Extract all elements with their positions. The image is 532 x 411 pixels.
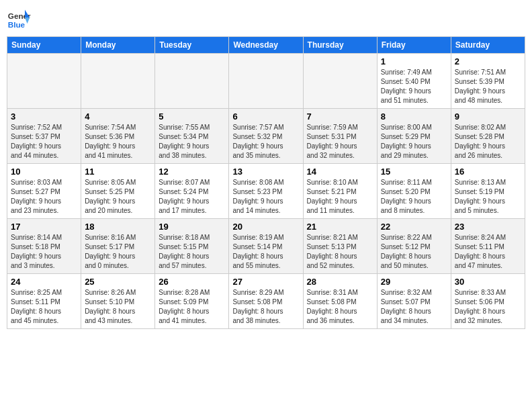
calendar-cell: 2Sunrise: 7:51 AM Sunset: 5:39 PM Daylig… <box>451 54 525 109</box>
calendar-cell: 11Sunrise: 8:05 AM Sunset: 5:25 PM Dayli… <box>81 164 155 219</box>
weekday-header: Sunday <box>7 37 81 54</box>
calendar-cell: 5Sunrise: 7:55 AM Sunset: 5:34 PM Daylig… <box>155 109 229 164</box>
calendar-cell: 25Sunrise: 8:26 AM Sunset: 5:10 PM Dayli… <box>81 274 155 329</box>
day-detail: Sunrise: 8:22 AM Sunset: 5:12 PM Dayligh… <box>381 233 447 271</box>
day-detail: Sunrise: 8:02 AM Sunset: 5:28 PM Dayligh… <box>455 123 521 161</box>
day-number: 24 <box>11 277 77 287</box>
day-detail: Sunrise: 7:57 AM Sunset: 5:32 PM Dayligh… <box>232 123 299 161</box>
weekday-header: Wednesday <box>229 37 303 54</box>
calendar-cell: 15Sunrise: 8:11 AM Sunset: 5:20 PM Dayli… <box>377 164 451 219</box>
calendar-cell: 1Sunrise: 7:49 AM Sunset: 5:40 PM Daylig… <box>377 54 451 109</box>
calendar-week-row: 10Sunrise: 8:03 AM Sunset: 5:27 PM Dayli… <box>7 164 525 219</box>
calendar-cell: 30Sunrise: 8:33 AM Sunset: 5:06 PM Dayli… <box>451 274 525 329</box>
day-number: 29 <box>381 277 447 287</box>
day-detail: Sunrise: 8:28 AM Sunset: 5:09 PM Dayligh… <box>159 288 225 326</box>
calendar-cell: 29Sunrise: 8:32 AM Sunset: 5:07 PM Dayli… <box>377 274 451 329</box>
day-detail: Sunrise: 8:32 AM Sunset: 5:07 PM Dayligh… <box>381 288 447 326</box>
calendar-cell: 16Sunrise: 8:13 AM Sunset: 5:19 PM Dayli… <box>451 164 525 219</box>
day-detail: Sunrise: 8:21 AM Sunset: 5:13 PM Dayligh… <box>307 233 373 271</box>
calendar-cell <box>155 54 229 109</box>
calendar-cell <box>229 54 303 109</box>
day-detail: Sunrise: 7:55 AM Sunset: 5:34 PM Dayligh… <box>159 123 225 161</box>
calendar-cell: 9Sunrise: 8:02 AM Sunset: 5:28 PM Daylig… <box>451 109 525 164</box>
calendar-cell: 19Sunrise: 8:18 AM Sunset: 5:15 PM Dayli… <box>155 219 229 274</box>
day-detail: Sunrise: 8:16 AM Sunset: 5:17 PM Dayligh… <box>85 233 151 271</box>
day-number: 2 <box>455 56 521 66</box>
calendar-cell: 6Sunrise: 7:57 AM Sunset: 5:32 PM Daylig… <box>229 109 303 164</box>
day-number: 26 <box>159 277 225 287</box>
calendar-week-row: 1Sunrise: 7:49 AM Sunset: 5:40 PM Daylig… <box>7 54 525 109</box>
day-detail: Sunrise: 8:07 AM Sunset: 5:24 PM Dayligh… <box>159 178 225 216</box>
logo-icon: General Blue <box>7 7 31 31</box>
calendar-cell: 23Sunrise: 8:24 AM Sunset: 5:11 PM Dayli… <box>451 219 525 274</box>
calendar-cell <box>7 54 81 109</box>
day-detail: Sunrise: 8:08 AM Sunset: 5:23 PM Dayligh… <box>232 178 299 216</box>
calendar-week-row: 24Sunrise: 8:25 AM Sunset: 5:11 PM Dayli… <box>7 274 525 329</box>
day-detail: Sunrise: 8:31 AM Sunset: 5:08 PM Dayligh… <box>307 288 373 326</box>
day-detail: Sunrise: 8:10 AM Sunset: 5:21 PM Dayligh… <box>307 178 373 216</box>
calendar-cell: 14Sunrise: 8:10 AM Sunset: 5:21 PM Dayli… <box>303 164 377 219</box>
weekday-header: Thursday <box>303 37 377 54</box>
weekday-header: Friday <box>377 37 451 54</box>
day-number: 1 <box>381 56 447 66</box>
calendar-week-row: 17Sunrise: 8:14 AM Sunset: 5:18 PM Dayli… <box>7 219 525 274</box>
day-number: 11 <box>85 167 151 177</box>
calendar-header-row: SundayMondayTuesdayWednesdayThursdayFrid… <box>7 37 525 54</box>
calendar-cell: 20Sunrise: 8:19 AM Sunset: 5:14 PM Dayli… <box>229 219 303 274</box>
day-number: 10 <box>11 167 77 177</box>
day-detail: Sunrise: 8:03 AM Sunset: 5:27 PM Dayligh… <box>11 178 77 216</box>
day-number: 9 <box>455 111 521 122</box>
day-number: 20 <box>232 222 299 232</box>
calendar-cell <box>81 54 155 109</box>
day-detail: Sunrise: 8:14 AM Sunset: 5:18 PM Dayligh… <box>11 233 77 271</box>
svg-marker-3 <box>25 17 30 24</box>
svg-text:Blue: Blue <box>8 20 26 29</box>
day-detail: Sunrise: 8:00 AM Sunset: 5:29 PM Dayligh… <box>381 123 447 161</box>
day-detail: Sunrise: 8:19 AM Sunset: 5:14 PM Dayligh… <box>232 233 299 271</box>
day-number: 30 <box>455 277 521 287</box>
day-number: 3 <box>11 111 77 122</box>
weekday-header: Monday <box>81 37 155 54</box>
day-detail: Sunrise: 7:54 AM Sunset: 5:36 PM Dayligh… <box>85 123 151 161</box>
calendar-table: SundayMondayTuesdayWednesdayThursdayFrid… <box>7 36 525 329</box>
calendar-cell: 26Sunrise: 8:28 AM Sunset: 5:09 PM Dayli… <box>155 274 229 329</box>
calendar-cell: 17Sunrise: 8:14 AM Sunset: 5:18 PM Dayli… <box>7 219 81 274</box>
calendar-cell <box>303 54 377 109</box>
calendar-cell: 4Sunrise: 7:54 AM Sunset: 5:36 PM Daylig… <box>81 109 155 164</box>
calendar-cell: 21Sunrise: 8:21 AM Sunset: 5:13 PM Dayli… <box>303 219 377 274</box>
day-number: 21 <box>307 222 373 232</box>
day-detail: Sunrise: 8:05 AM Sunset: 5:25 PM Dayligh… <box>85 178 151 216</box>
calendar-cell: 18Sunrise: 8:16 AM Sunset: 5:17 PM Dayli… <box>81 219 155 274</box>
day-number: 7 <box>307 111 373 122</box>
calendar-cell: 13Sunrise: 8:08 AM Sunset: 5:23 PM Dayli… <box>229 164 303 219</box>
calendar-cell: 7Sunrise: 7:59 AM Sunset: 5:31 PM Daylig… <box>303 109 377 164</box>
day-detail: Sunrise: 8:18 AM Sunset: 5:15 PM Dayligh… <box>159 233 225 271</box>
weekday-header: Saturday <box>451 37 525 54</box>
day-detail: Sunrise: 7:49 AM Sunset: 5:40 PM Dayligh… <box>381 68 447 105</box>
day-number: 25 <box>85 277 151 287</box>
day-number: 14 <box>307 167 373 177</box>
day-detail: Sunrise: 7:52 AM Sunset: 5:37 PM Dayligh… <box>11 123 77 161</box>
day-number: 4 <box>85 111 151 122</box>
calendar-cell: 10Sunrise: 8:03 AM Sunset: 5:27 PM Dayli… <box>7 164 81 219</box>
day-number: 19 <box>159 222 225 232</box>
day-detail: Sunrise: 7:51 AM Sunset: 5:39 PM Dayligh… <box>455 68 521 105</box>
page-header: General Blue <box>7 7 525 31</box>
day-number: 17 <box>11 222 77 232</box>
day-detail: Sunrise: 8:13 AM Sunset: 5:19 PM Dayligh… <box>455 178 521 216</box>
day-detail: Sunrise: 8:26 AM Sunset: 5:10 PM Dayligh… <box>85 288 151 326</box>
day-number: 5 <box>159 111 225 122</box>
calendar-week-row: 3Sunrise: 7:52 AM Sunset: 5:37 PM Daylig… <box>7 109 525 164</box>
calendar-cell: 28Sunrise: 8:31 AM Sunset: 5:08 PM Dayli… <box>303 274 377 329</box>
weekday-header: Tuesday <box>155 37 229 54</box>
day-detail: Sunrise: 8:25 AM Sunset: 5:11 PM Dayligh… <box>11 288 77 326</box>
day-detail: Sunrise: 8:11 AM Sunset: 5:20 PM Dayligh… <box>381 178 447 216</box>
day-detail: Sunrise: 7:59 AM Sunset: 5:31 PM Dayligh… <box>307 123 373 161</box>
day-number: 12 <box>159 167 225 177</box>
day-detail: Sunrise: 8:33 AM Sunset: 5:06 PM Dayligh… <box>455 288 521 326</box>
calendar-cell: 24Sunrise: 8:25 AM Sunset: 5:11 PM Dayli… <box>7 274 81 329</box>
calendar-cell: 12Sunrise: 8:07 AM Sunset: 5:24 PM Dayli… <box>155 164 229 219</box>
calendar-cell: 22Sunrise: 8:22 AM Sunset: 5:12 PM Dayli… <box>377 219 451 274</box>
day-number: 28 <box>307 277 373 287</box>
calendar-cell: 8Sunrise: 8:00 AM Sunset: 5:29 PM Daylig… <box>377 109 451 164</box>
